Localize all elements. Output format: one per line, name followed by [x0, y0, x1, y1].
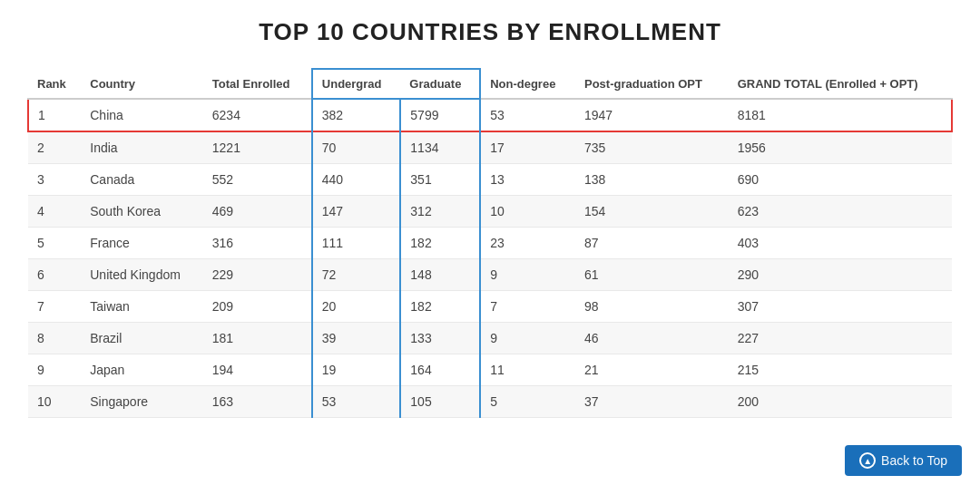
- cell-undergrad: 382: [312, 99, 401, 131]
- cell-non-degree: 13: [480, 164, 575, 196]
- cell-post-grad-opt: 21: [575, 354, 729, 386]
- table-row: 5France3161111822387403: [28, 228, 952, 259]
- table-row: 7Taiwan20920182798307: [28, 291, 952, 323]
- cell-non-degree: 53: [480, 99, 575, 131]
- table-row: 10Singapore16353105537200: [28, 386, 952, 418]
- cell-grand-total: 8181: [729, 99, 952, 131]
- cell-total-enrolled: 181: [203, 323, 312, 354]
- cell-country: Taiwan: [81, 291, 203, 323]
- cell-undergrad: 20: [312, 291, 401, 323]
- cell-country: Japan: [81, 354, 203, 386]
- cell-rank: 8: [28, 323, 81, 354]
- cell-undergrad: 72: [312, 259, 401, 291]
- table-body: 1China6234382579953194781812India1221701…: [28, 99, 952, 418]
- cell-total-enrolled: 209: [203, 291, 312, 323]
- cell-grand-total: 215: [729, 354, 952, 386]
- cell-non-degree: 9: [480, 323, 575, 354]
- table-row: 2India1221701134177351956: [28, 131, 952, 164]
- col-total-enrolled: Total Enrolled: [203, 69, 312, 99]
- table-row: 3Canada55244035113138690: [28, 164, 952, 196]
- cell-graduate: 148: [400, 259, 480, 291]
- cell-rank: 10: [28, 386, 81, 418]
- enrollment-table: Rank Country Total Enrolled Undergrad Gr…: [27, 68, 953, 418]
- cell-total-enrolled: 163: [203, 386, 312, 418]
- cell-rank: 2: [28, 131, 81, 164]
- cell-undergrad: 440: [312, 164, 401, 196]
- cell-grand-total: 403: [729, 228, 952, 259]
- cell-post-grad-opt: 138: [575, 164, 729, 196]
- col-non-degree: Non-degree: [480, 69, 575, 99]
- cell-non-degree: 23: [480, 228, 575, 259]
- col-country: Country: [81, 69, 203, 99]
- cell-non-degree: 7: [480, 291, 575, 323]
- cell-total-enrolled: 1221: [203, 131, 312, 164]
- cell-rank: 1: [28, 99, 81, 131]
- cell-undergrad: 19: [312, 354, 401, 386]
- cell-rank: 3: [28, 164, 81, 196]
- cell-graduate: 312: [400, 196, 480, 228]
- cell-total-enrolled: 6234: [203, 99, 312, 131]
- cell-post-grad-opt: 154: [575, 196, 729, 228]
- cell-graduate: 182: [400, 291, 480, 323]
- cell-undergrad: 39: [312, 323, 401, 354]
- cell-grand-total: 623: [729, 196, 952, 228]
- cell-total-enrolled: 552: [203, 164, 312, 196]
- cell-rank: 9: [28, 354, 81, 386]
- col-post-grad-opt: Post-graduation OPT: [575, 69, 729, 99]
- col-rank: Rank: [28, 69, 81, 99]
- cell-graduate: 182: [400, 228, 480, 259]
- cell-non-degree: 5: [480, 386, 575, 418]
- cell-non-degree: 11: [480, 354, 575, 386]
- cell-grand-total: 227: [729, 323, 952, 354]
- col-graduate: Graduate: [400, 69, 480, 99]
- cell-grand-total: 200: [729, 386, 952, 418]
- cell-undergrad: 53: [312, 386, 401, 418]
- table-header: Rank Country Total Enrolled Undergrad Gr…: [28, 69, 952, 99]
- cell-country: France: [81, 228, 203, 259]
- cell-total-enrolled: 469: [203, 196, 312, 228]
- cell-post-grad-opt: 98: [575, 291, 729, 323]
- cell-graduate: 5799: [400, 99, 480, 131]
- cell-country: United Kingdom: [81, 259, 203, 291]
- table-row: 1China623438257995319478181: [28, 99, 952, 131]
- cell-graduate: 164: [400, 354, 480, 386]
- cell-non-degree: 9: [480, 259, 575, 291]
- back-to-top-icon: ▲: [859, 452, 876, 469]
- col-undergrad: Undergrad: [312, 69, 401, 99]
- cell-country: India: [81, 131, 203, 164]
- cell-graduate: 133: [400, 323, 480, 354]
- cell-post-grad-opt: 1947: [575, 99, 729, 131]
- cell-non-degree: 17: [480, 131, 575, 164]
- cell-country: Canada: [81, 164, 203, 196]
- cell-country: China: [81, 99, 203, 131]
- cell-post-grad-opt: 87: [575, 228, 729, 259]
- cell-post-grad-opt: 37: [575, 386, 729, 418]
- table-row: 9Japan194191641121215: [28, 354, 952, 386]
- cell-undergrad: 147: [312, 196, 401, 228]
- table-row: 8Brazil18139133946227: [28, 323, 952, 354]
- cell-total-enrolled: 194: [203, 354, 312, 386]
- cell-graduate: 1134: [400, 131, 480, 164]
- cell-rank: 5: [28, 228, 81, 259]
- cell-undergrad: 70: [312, 131, 401, 164]
- cell-total-enrolled: 229: [203, 259, 312, 291]
- col-grand-total: GRAND TOTAL (Enrolled + OPT): [729, 69, 952, 99]
- cell-country: Singapore: [81, 386, 203, 418]
- cell-grand-total: 290: [729, 259, 952, 291]
- cell-graduate: 351: [400, 164, 480, 196]
- cell-graduate: 105: [400, 386, 480, 418]
- cell-grand-total: 690: [729, 164, 952, 196]
- cell-rank: 4: [28, 196, 81, 228]
- cell-rank: 6: [28, 259, 81, 291]
- cell-grand-total: 307: [729, 291, 952, 323]
- page-title: TOP 10 COUNTRIES BY ENROLLMENT: [27, 18, 953, 46]
- back-to-top-label: Back to Top: [881, 453, 947, 468]
- cell-rank: 7: [28, 291, 81, 323]
- cell-grand-total: 1956: [729, 131, 952, 164]
- cell-non-degree: 10: [480, 196, 575, 228]
- cell-post-grad-opt: 46: [575, 323, 729, 354]
- page-wrapper: TOP 10 COUNTRIES BY ENROLLMENT Rank Coun…: [0, 0, 980, 472]
- back-to-top-button[interactable]: ▲ Back to Top: [845, 445, 962, 476]
- cell-post-grad-opt: 735: [575, 131, 729, 164]
- cell-country: South Korea: [81, 196, 203, 228]
